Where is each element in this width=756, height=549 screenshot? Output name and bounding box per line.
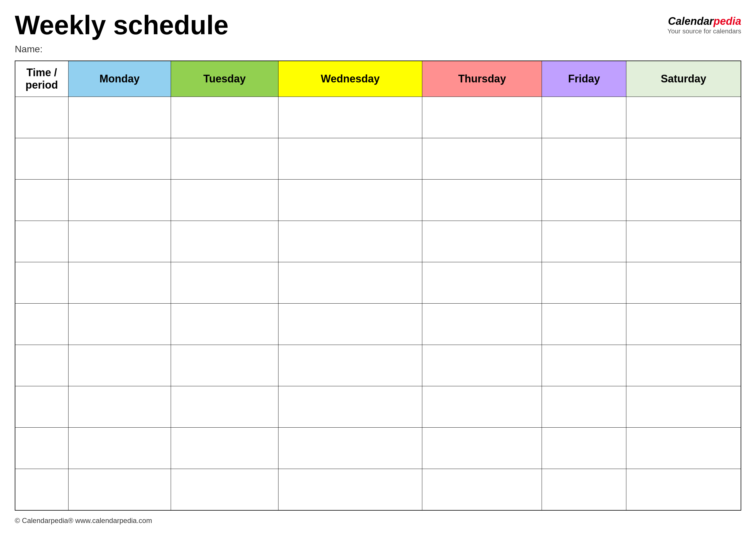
cell-row3-col2[interactable] — [171, 221, 278, 262]
cell-row5-col3[interactable] — [278, 304, 422, 345]
cell-row0-col2[interactable] — [171, 97, 278, 138]
cell-row0-col6[interactable] — [626, 97, 741, 138]
cell-row4-col2[interactable] — [171, 262, 278, 304]
col-header-friday: Friday — [542, 61, 626, 97]
cell-row4-col4[interactable] — [422, 262, 542, 304]
cell-row2-col2[interactable] — [171, 180, 278, 221]
cell-row7-col5[interactable] — [542, 386, 626, 428]
cell-row4-col6[interactable] — [626, 262, 741, 304]
logo-text: Calendarpedia — [667, 15, 741, 27]
table-row[interactable] — [15, 138, 741, 180]
cell-row9-col5[interactable] — [542, 469, 626, 510]
schedule-table: Time / period Monday Tuesday Wednesday T… — [15, 61, 741, 511]
cell-row1-col1[interactable] — [68, 138, 171, 180]
cell-row5-col1[interactable] — [68, 304, 171, 345]
cell-row8-col2[interactable] — [171, 428, 278, 469]
cell-row2-col3[interactable] — [278, 180, 422, 221]
cell-row5-col2[interactable] — [171, 304, 278, 345]
cell-row7-col1[interactable] — [68, 386, 171, 428]
cell-row8-col0[interactable] — [15, 428, 68, 469]
cell-row4-col1[interactable] — [68, 262, 171, 304]
cell-row3-col0[interactable] — [15, 221, 68, 262]
table-row[interactable] — [15, 386, 741, 428]
cell-row6-col6[interactable] — [626, 345, 741, 386]
cell-row1-col6[interactable] — [626, 138, 741, 180]
table-row[interactable] — [15, 428, 741, 469]
cell-row4-col0[interactable] — [15, 262, 68, 304]
col-header-time: Time / period — [15, 61, 68, 97]
table-row[interactable] — [15, 221, 741, 262]
cell-row8-col3[interactable] — [278, 428, 422, 469]
cell-row4-col5[interactable] — [542, 262, 626, 304]
cell-row2-col6[interactable] — [626, 180, 741, 221]
cell-row1-col2[interactable] — [171, 138, 278, 180]
col-header-saturday: Saturday — [626, 61, 741, 97]
cell-row0-col0[interactable] — [15, 97, 68, 138]
cell-row5-col6[interactable] — [626, 304, 741, 345]
cell-row7-col0[interactable] — [15, 386, 68, 428]
table-row[interactable] — [15, 180, 741, 221]
name-label: Name: — [15, 44, 229, 55]
table-row[interactable] — [15, 97, 741, 138]
cell-row8-col5[interactable] — [542, 428, 626, 469]
cell-row7-col2[interactable] — [171, 386, 278, 428]
logo-section: Calendarpedia Your source for calendars — [667, 15, 741, 35]
cell-row5-col0[interactable] — [15, 304, 68, 345]
cell-row8-col1[interactable] — [68, 428, 171, 469]
logo-subtitle: Your source for calendars — [667, 27, 741, 35]
col-header-thursday: Thursday — [422, 61, 542, 97]
cell-row6-col4[interactable] — [422, 345, 542, 386]
table-row[interactable] — [15, 469, 741, 510]
page-header: Weekly schedule Name: Calendarpedia Your… — [15, 12, 741, 55]
cell-row5-col4[interactable] — [422, 304, 542, 345]
col-header-wednesday: Wednesday — [278, 61, 422, 97]
cell-row3-col5[interactable] — [542, 221, 626, 262]
col-header-tuesday: Tuesday — [171, 61, 278, 97]
cell-row0-col3[interactable] — [278, 97, 422, 138]
table-row[interactable] — [15, 304, 741, 345]
cell-row2-col1[interactable] — [68, 180, 171, 221]
cell-row7-col6[interactable] — [626, 386, 741, 428]
cell-row3-col4[interactable] — [422, 221, 542, 262]
cell-row8-col4[interactable] — [422, 428, 542, 469]
cell-row3-col6[interactable] — [626, 221, 741, 262]
table-body — [15, 97, 741, 510]
cell-row5-col5[interactable] — [542, 304, 626, 345]
cell-row9-col1[interactable] — [68, 469, 171, 510]
cell-row9-col3[interactable] — [278, 469, 422, 510]
title-section: Weekly schedule Name: — [15, 12, 229, 55]
table-row[interactable] — [15, 345, 741, 386]
cell-row0-col4[interactable] — [422, 97, 542, 138]
logo-calendar: Calendar — [668, 15, 713, 27]
cell-row3-col3[interactable] — [278, 221, 422, 262]
cell-row6-col3[interactable] — [278, 345, 422, 386]
cell-row2-col0[interactable] — [15, 180, 68, 221]
col-header-monday: Monday — [68, 61, 171, 97]
footer: © Calendarpedia® www.calendarpedia.com — [15, 517, 741, 525]
table-header-row: Time / period Monday Tuesday Wednesday T… — [15, 61, 741, 97]
footer-text: © Calendarpedia® www.calendarpedia.com — [15, 517, 152, 524]
cell-row9-col6[interactable] — [626, 469, 741, 510]
cell-row2-col5[interactable] — [542, 180, 626, 221]
cell-row9-col2[interactable] — [171, 469, 278, 510]
cell-row0-col5[interactable] — [542, 97, 626, 138]
cell-row2-col4[interactable] — [422, 180, 542, 221]
table-row[interactable] — [15, 262, 741, 304]
cell-row6-col0[interactable] — [15, 345, 68, 386]
cell-row6-col1[interactable] — [68, 345, 171, 386]
cell-row0-col1[interactable] — [68, 97, 171, 138]
cell-row4-col3[interactable] — [278, 262, 422, 304]
cell-row9-col4[interactable] — [422, 469, 542, 510]
cell-row7-col3[interactable] — [278, 386, 422, 428]
cell-row6-col2[interactable] — [171, 345, 278, 386]
cell-row1-col4[interactable] — [422, 138, 542, 180]
cell-row9-col0[interactable] — [15, 469, 68, 510]
cell-row7-col4[interactable] — [422, 386, 542, 428]
cell-row6-col5[interactable] — [542, 345, 626, 386]
cell-row1-col0[interactable] — [15, 138, 68, 180]
page-title: Weekly schedule — [15, 12, 229, 38]
cell-row1-col3[interactable] — [278, 138, 422, 180]
cell-row3-col1[interactable] — [68, 221, 171, 262]
cell-row1-col5[interactable] — [542, 138, 626, 180]
cell-row8-col6[interactable] — [626, 428, 741, 469]
